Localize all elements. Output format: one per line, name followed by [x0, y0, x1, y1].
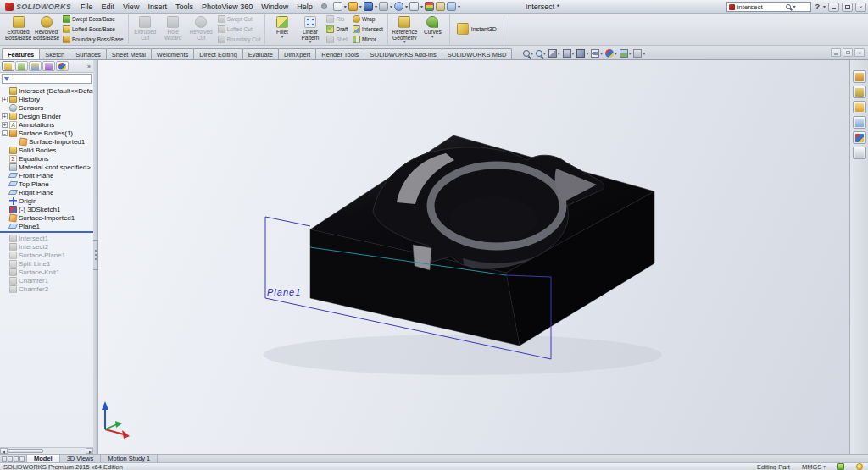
tree-root-item[interactable]: Intersect (Default<<Default>_App	[0, 86, 93, 95]
panel-splitter[interactable]	[93, 60, 98, 454]
search-caret[interactable]: ▾	[793, 4, 795, 9]
menu-item[interactable]: Insert	[143, 3, 171, 11]
tree-item[interactable]: Front Plane	[0, 171, 93, 180]
ribbon-button[interactable]: Swept Cut	[216, 14, 263, 24]
tree-item[interactable]: - Surface Bodies(1)	[0, 129, 93, 137]
ribbon-tab[interactable]: Weldments	[151, 48, 194, 59]
menu-item[interactable]: Tools	[171, 3, 198, 11]
ribbon-button[interactable]: Extruded Boss/Base ▾	[4, 14, 32, 44]
ribbon-button[interactable]: Lofted Cut	[216, 25, 263, 34]
scroll-left-arrow[interactable]	[0, 448, 8, 454]
ribbon-tab[interactable]: Render Tools	[315, 48, 364, 59]
help-caret[interactable]: ▾	[823, 4, 826, 9]
ribbon-button[interactable]: Swept Boss/Base	[61, 14, 125, 24]
menu-item[interactable]: Help	[292, 3, 317, 11]
ribbon-tab[interactable]: SOLI​DWORKS Add-Ins	[364, 48, 442, 59]
doc-restore-button[interactable]	[843, 48, 853, 57]
search-input[interactable]	[737, 3, 784, 11]
document-tab[interactable]: Model	[27, 455, 60, 462]
graphics-viewport[interactable]: Plane1	[98, 60, 849, 454]
tree-item[interactable]: + Design Binder	[0, 112, 93, 120]
file-properties-icon[interactable]	[436, 2, 445, 11]
open-caret[interactable]: ▾	[359, 4, 362, 9]
search-icon[interactable]	[786, 4, 791, 9]
options-caret[interactable]: ▾	[458, 4, 460, 9]
split-handle[interactable]	[19, 456, 25, 462]
undo-caret[interactable]: ▾	[405, 4, 408, 9]
chevron-right-icon[interactable]: »	[87, 64, 92, 69]
menu-item[interactable]: Edit	[97, 3, 120, 11]
quick-tips-icon[interactable]	[856, 463, 863, 470]
tree-horizontal-scrollbar[interactable]	[0, 447, 93, 454]
split-handle[interactable]	[2, 456, 7, 462]
units-caret[interactable]: ▾	[823, 464, 826, 469]
tree-item[interactable]: (-) 3DSketch1	[0, 205, 93, 213]
new-document-icon[interactable]	[333, 2, 342, 11]
help-icon[interactable]: ?	[814, 3, 821, 11]
tree-item[interactable]: Origin	[0, 196, 93, 205]
ribbon-button[interactable]: Reference Geometry ▾	[391, 14, 419, 44]
dimxpert-manager-tab[interactable]	[42, 61, 55, 71]
print-icon[interactable]	[379, 2, 388, 11]
tree-item[interactable]: Sensors	[0, 103, 93, 112]
splitter-grip[interactable]	[92, 240, 98, 270]
close-button[interactable]: ×	[855, 3, 866, 12]
menu-item[interactable]: Window	[257, 3, 292, 11]
tree-item[interactable]: Top Plane	[0, 180, 93, 188]
ribbon-button[interactable]: Lofted Boss/Base	[61, 25, 125, 34]
doc-close-button[interactable]: ×	[854, 48, 865, 57]
tree-item[interactable]: Right Plane	[0, 188, 93, 196]
menu-item[interactable]: File	[76, 3, 97, 11]
tree-item[interactable]: Plane1	[0, 222, 93, 230]
ribbon-tab[interactable]: Sketch	[39, 48, 70, 59]
ribbon-button[interactable]: Boundary Cut	[216, 35, 263, 44]
model-block[interactable]	[310, 135, 654, 346]
expand-toggle[interactable]: +	[2, 97, 8, 102]
tree-item[interactable]: + History	[0, 95, 93, 103]
custom-properties-tag-icon[interactable]	[837, 463, 844, 470]
feature-manager-tree-tab[interactable]	[2, 61, 14, 71]
ribbon-button[interactable]: Hole Wizard ▾	[159, 14, 187, 44]
task-pane-tab[interactable]	[853, 116, 866, 129]
ribbon-tab[interactable]: Sheet Metal	[106, 48, 152, 59]
ribbon-tab[interactable]: Direct Editing	[193, 48, 243, 59]
ribbon-button[interactable]: Wrap	[351, 14, 385, 24]
tree-item[interactable]: Surface-Imported1	[0, 137, 93, 146]
save-caret[interactable]: ▾	[375, 4, 377, 9]
task-pane-tab[interactable]	[853, 101, 866, 113]
menu-item[interactable]: PhotoView 360	[198, 3, 257, 11]
ribbon-button[interactable]: Intersect	[351, 25, 385, 34]
doc-minimize-button[interactable]	[831, 48, 841, 57]
ribbon-button[interactable]: Revolved Cut ▾	[187, 14, 215, 44]
tree-item[interactable]: + Annotations	[0, 120, 93, 129]
document-tab[interactable]: Motion Study 1	[101, 455, 158, 462]
tree-filter[interactable]	[2, 74, 92, 84]
tree-item[interactable]: Surface-Plane1	[0, 251, 93, 259]
options-icon[interactable]	[447, 2, 456, 11]
display-manager-tab[interactable]	[56, 61, 69, 71]
ribbon-button[interactable]: Rib	[325, 14, 349, 24]
property-manager-tab[interactable]	[15, 61, 28, 71]
ribbon-button[interactable]: Revolved Boss/Base ▾	[32, 14, 60, 44]
restore-button[interactable]	[842, 3, 853, 12]
scrollbar-thumb[interactable]	[8, 449, 43, 453]
ribbon-button[interactable]: Linear Pattern ▾	[296, 14, 324, 44]
expand-toggle[interactable]: +	[2, 113, 8, 119]
ribbon-button[interactable]: Boundary Boss/Base	[61, 35, 125, 44]
rebuild-icon[interactable]	[425, 2, 434, 11]
split-handle[interactable]	[14, 456, 19, 462]
pin-icon[interactable]	[321, 3, 327, 9]
task-pane-tab[interactable]	[853, 147, 866, 159]
tree-item[interactable]: Solid Bodies	[0, 146, 93, 154]
ribbon-tab[interactable]: Surfaces	[70, 48, 107, 59]
tree-item[interactable]: Intersect2	[0, 242, 93, 251]
ribbon-tab[interactable]: SOLIDWORKS MBD	[442, 48, 513, 59]
tree-item[interactable]: Surface-Imported1	[0, 213, 93, 222]
ribbon-button[interactable]: Draft	[325, 25, 349, 34]
expand-toggle[interactable]: +	[2, 122, 8, 128]
tree-item[interactable]: Equations	[0, 154, 93, 163]
open-icon[interactable]	[348, 2, 358, 11]
split-handle[interactable]	[8, 456, 13, 462]
select-caret[interactable]: ▾	[420, 4, 423, 9]
units-selector[interactable]: MMGS ▾	[802, 463, 826, 470]
